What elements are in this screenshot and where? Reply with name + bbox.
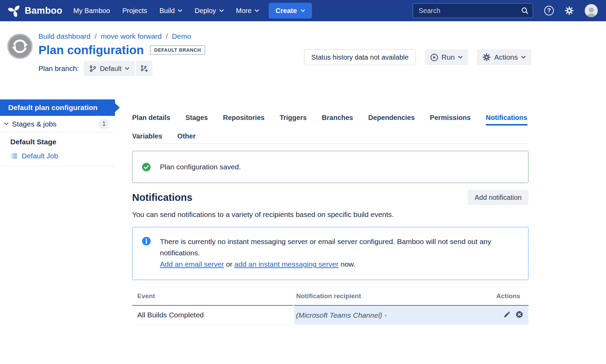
tab-plan-details[interactable]: Plan details (132, 114, 170, 122)
breadcrumb-plan[interactable]: Demo (172, 32, 191, 40)
selected-pointer (115, 103, 120, 112)
default-branch-badge: DEFAULT BRANCH (150, 45, 205, 55)
page-header-actions: Status history data not available Run (304, 49, 531, 65)
notifications-table: Event Notification recipient Actions All… (132, 289, 528, 325)
stages-jobs-label: Stages & jobs (12, 120, 57, 128)
breadcrumb-separator: / (95, 32, 97, 40)
chevron-down-icon (255, 9, 259, 12)
tabs-row-2: Variables Other (132, 132, 528, 140)
tab-repositories[interactable]: Repositories (223, 114, 265, 122)
help-button[interactable]: ? (544, 6, 554, 15)
config-tabs: Plan details Stages Repositories Trigger… (132, 114, 528, 144)
nav-label: My Bamboo (73, 7, 110, 15)
success-message-box: Plan configuration saved. (132, 151, 528, 183)
pencil-icon (503, 311, 511, 318)
x-circle-icon (516, 311, 523, 318)
info-suffix-text: now. (339, 260, 356, 268)
gear-icon (482, 53, 491, 61)
tab-notifications[interactable]: Notifications (486, 114, 527, 125)
search-box (412, 3, 533, 18)
tab-other[interactable]: Other (177, 132, 196, 140)
git-branch-plus-icon (140, 65, 148, 72)
add-im-server-link[interactable]: add an instant messaging server (234, 260, 339, 268)
run-label: Run (442, 53, 455, 61)
nav-item-build[interactable]: Build (160, 7, 182, 15)
settings-button[interactable] (565, 6, 574, 15)
info-separator-text: or (224, 260, 234, 268)
chevron-down-icon (125, 67, 129, 70)
row-action-icons (503, 311, 523, 318)
column-header-recipient: Notification recipient (293, 289, 480, 305)
actions-button[interactable]: Actions (477, 49, 531, 65)
search-icon (521, 7, 529, 15)
question-icon: ? (544, 6, 554, 15)
git-branch-icon (89, 65, 96, 72)
user-avatar[interactable] (585, 4, 598, 17)
tab-triggers[interactable]: Triggers (280, 114, 307, 122)
main-panel: Plan details Stages Repositories Trigger… (132, 99, 528, 325)
nav-item-more[interactable]: More (236, 7, 259, 15)
success-message: Plan configuration saved. (160, 163, 241, 171)
sidebar-group-stages-jobs[interactable]: Stages & jobs 1 (0, 116, 115, 132)
column-header-event: Event (132, 289, 293, 305)
chevron-down-icon (4, 122, 9, 125)
add-email-server-link[interactable]: Add an email server (160, 260, 224, 268)
bamboo-home-link[interactable]: Bamboo (8, 4, 62, 17)
info-message-text: There is currently no instant messaging … (160, 238, 491, 257)
chevron-down-icon (301, 9, 305, 12)
plan-branch-selector[interactable]: Default (84, 61, 135, 76)
breadcrumb: Build dashboard / move work forward / De… (38, 32, 606, 40)
tab-variables[interactable]: Variables (132, 132, 162, 140)
event-cell: All Builds Completed (132, 305, 293, 325)
stages-count-badge: 1 (98, 119, 109, 129)
nav-item-my-bamboo[interactable]: My Bamboo (73, 7, 110, 15)
column-header-actions: Actions (480, 289, 528, 305)
chevron-down-icon (219, 9, 224, 12)
nav-label: More (236, 7, 252, 15)
actions-label: Actions (494, 53, 518, 61)
breadcrumb-build-dashboard[interactable]: Build dashboard (38, 32, 91, 40)
user-avatar-icon (585, 5, 597, 17)
recipient-cell: (Microsoft Teams Channel) - (293, 305, 480, 325)
info-message-box: There is currently no instant messaging … (132, 227, 528, 280)
search-input[interactable] (412, 3, 533, 18)
create-plan-branch-button[interactable] (136, 61, 152, 76)
list-icon (11, 153, 18, 159)
sidebar-stage-name: Default Stage (0, 132, 115, 149)
tab-permissions[interactable]: Permissions (430, 114, 471, 122)
info-circle-icon (132, 236, 160, 246)
chevron-down-icon (458, 56, 463, 59)
actions-cell (480, 305, 528, 325)
delete-notification-button[interactable] (516, 311, 523, 318)
gear-icon (565, 6, 574, 15)
table-header-row: Event Notification recipient Actions (132, 289, 528, 305)
notifications-intro: You can send notifications to a variety … (132, 210, 528, 219)
chevron-down-icon (178, 9, 182, 12)
section-title: Notifications (132, 192, 193, 203)
tab-dependencies[interactable]: Dependencies (368, 114, 415, 122)
create-label: Create (276, 7, 297, 15)
nav-item-deploy[interactable]: Deploy (195, 7, 223, 15)
nav-item-projects[interactable]: Projects (123, 7, 147, 15)
create-button[interactable]: Create (269, 3, 312, 19)
table-row: All Builds Completed (Microsoft Teams Ch… (132, 305, 528, 325)
run-button[interactable]: Run (425, 49, 468, 65)
sidebar-item-default-plan-configuration[interactable]: Default plan configuration (0, 99, 115, 116)
tab-branches[interactable]: Branches (322, 114, 353, 122)
status-history-note: Status history data not available (304, 49, 416, 65)
info-message: There is currently no instant messaging … (160, 236, 515, 270)
tabs-row-1: Plan details Stages Repositories Trigger… (132, 114, 528, 125)
breadcrumb-project[interactable]: move work forward (101, 32, 162, 40)
page-header-main: Build dashboard / move work forward / De… (38, 21, 606, 76)
breadcrumb-separator: / (166, 32, 168, 40)
branch-selector-value: Default (100, 65, 121, 73)
tab-stages[interactable]: Stages (185, 114, 208, 122)
config-sidebar: Default plan configuration Stages & jobs… (0, 99, 115, 167)
play-circle-icon (430, 53, 438, 61)
top-navigation: Bamboo My Bamboo Projects Build Deploy M… (0, 0, 606, 21)
sidebar-item-default-job[interactable]: Default Job (0, 149, 115, 167)
add-notification-button[interactable]: Add notification (468, 190, 528, 205)
nav-label: Deploy (195, 7, 216, 15)
brand-name: Bamboo (25, 5, 62, 16)
edit-notification-button[interactable] (503, 311, 511, 318)
